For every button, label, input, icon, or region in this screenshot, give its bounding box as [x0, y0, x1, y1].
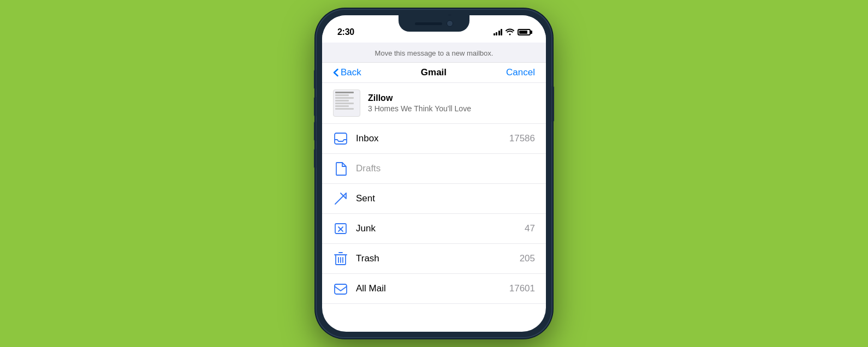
- move-message-text: Move this message to a new mailbox.: [375, 49, 494, 57]
- sent-label: Sent: [356, 193, 527, 204]
- drafts-label: Drafts: [356, 163, 527, 174]
- status-icons: [494, 28, 531, 37]
- mailbox-item-inbox[interactable]: Inbox 17586: [322, 124, 546, 154]
- junk-label: Junk: [356, 223, 517, 234]
- nav-title: Gmail: [421, 67, 447, 78]
- wifi-icon: [506, 28, 514, 37]
- email-info: Zillow 3 Homes We Think You'll Love: [368, 93, 535, 113]
- inbox-count: 17586: [509, 133, 535, 144]
- notch-camera-inner: [447, 20, 453, 27]
- mailbox-item-drafts[interactable]: Drafts: [322, 154, 546, 184]
- email-subject: 3 Homes We Think You'll Love: [368, 104, 535, 113]
- cancel-button[interactable]: Cancel: [506, 67, 535, 78]
- email-preview: Zillow 3 Homes We Think You'll Love: [322, 83, 546, 124]
- status-time: 2:30: [337, 27, 354, 37]
- notch-speaker-inner: [415, 22, 442, 25]
- mailbox-list: Inbox 17586 Drafts: [322, 124, 546, 304]
- svg-rect-10: [335, 284, 347, 294]
- mailbox-item-allmail[interactable]: All Mail 17601: [322, 274, 546, 304]
- allmail-icon: [333, 281, 348, 296]
- inbox-label: Inbox: [356, 133, 502, 144]
- drafts-icon: [333, 161, 348, 176]
- svg-line-1: [335, 193, 346, 204]
- phone-device: 2:30: [317, 10, 551, 337]
- allmail-count: 17601: [509, 283, 535, 294]
- sent-icon: [333, 191, 348, 206]
- inbox-icon: [333, 131, 348, 146]
- mailbox-item-trash[interactable]: Trash 205: [322, 244, 546, 274]
- back-chevron-icon: [333, 68, 338, 77]
- junk-count: 47: [525, 223, 535, 234]
- email-sender: Zillow: [368, 93, 535, 103]
- junk-icon: [333, 221, 348, 236]
- svg-rect-0: [335, 133, 347, 144]
- trash-count: 205: [520, 253, 535, 264]
- mailbox-item-sent[interactable]: Sent: [322, 184, 546, 214]
- phone-screen: 2:30: [322, 15, 546, 332]
- trash-label: Trash: [356, 253, 512, 264]
- signal-bars-icon: [494, 29, 503, 35]
- nav-bar: Back Gmail Cancel: [322, 63, 546, 83]
- allmail-label: All Mail: [356, 283, 502, 294]
- trash-icon: [333, 251, 348, 266]
- back-button[interactable]: Back: [333, 67, 361, 78]
- mailbox-item-junk[interactable]: Junk 47: [322, 214, 546, 244]
- email-thumbnail: [333, 89, 360, 117]
- battery-icon: [518, 29, 531, 35]
- status-bar: 2:30: [322, 15, 546, 43]
- move-message-header: Move this message to a new mailbox.: [322, 43, 546, 63]
